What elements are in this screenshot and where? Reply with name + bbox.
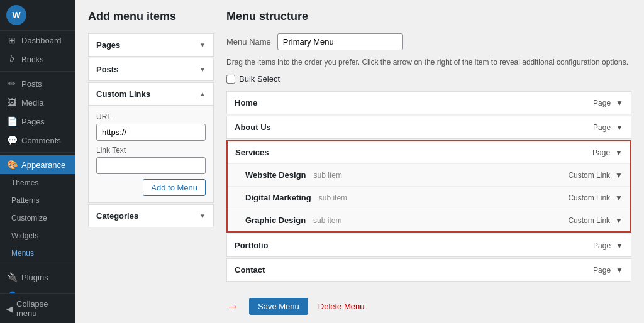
pages-accordion: Pages ▼ bbox=[88, 33, 214, 57]
comments-icon: 💬 bbox=[6, 135, 18, 145]
menu-item-portfolio: Portfolio Page ▼ bbox=[226, 234, 631, 257]
divider bbox=[0, 71, 75, 72]
divider2 bbox=[0, 152, 75, 153]
arrow-indicator-icon: → bbox=[226, 299, 239, 314]
menu-item-graphic-design: Graphic Design sub item Custom Link ▼ bbox=[228, 209, 630, 231]
about-expand-icon[interactable]: ▼ bbox=[616, 123, 623, 132]
menu-item-digital-marketing: Digital Marketing sub item Custom Link ▼ bbox=[228, 187, 630, 209]
posts-chevron-down-icon: ▼ bbox=[199, 66, 206, 73]
sidebar-item-media[interactable]: 🖼 Media bbox=[0, 93, 75, 112]
website-design-expand-icon[interactable]: ▼ bbox=[615, 171, 623, 180]
sidebar-item-dashboard[interactable]: ⊞ Dashboard bbox=[0, 31, 75, 50]
bulk-select-checkbox[interactable] bbox=[226, 75, 235, 84]
sidebar-nav: ⊞ Dashboard b Bricks ✏ Posts 🖼 Media 📄 P… bbox=[0, 31, 75, 293]
menu-item-about: About Us Page ▼ bbox=[226, 116, 631, 139]
dashboard-icon: ⊞ bbox=[6, 35, 18, 45]
sidebar-item-patterns[interactable]: Patterns bbox=[0, 192, 75, 209]
media-icon: 🖼 bbox=[6, 97, 18, 107]
collapse-icon: ◀ bbox=[6, 304, 13, 314]
custom-links-accordion: Custom Links ▲ URL Link Text Add to Menu bbox=[88, 82, 214, 203]
custom-links-body: URL Link Text Add to Menu bbox=[89, 106, 213, 202]
save-menu-button[interactable]: Save Menu bbox=[249, 298, 308, 315]
menu-name-row: Menu Name bbox=[226, 33, 631, 50]
page-title: Add menu items bbox=[88, 10, 214, 23]
appearance-icon: 🎨 bbox=[6, 160, 18, 170]
sidebar-item-bricks[interactable]: b Bricks bbox=[0, 50, 75, 68]
sidebar-item-appearance[interactable]: 🎨 Appearance bbox=[0, 155, 75, 174]
main-content: Add menu items Pages ▼ Posts ▼ Custom Li… bbox=[75, 0, 644, 323]
collapse-menu-button[interactable]: ◀ Collapse menu bbox=[0, 293, 75, 323]
sidebar-item-customize[interactable]: Customize bbox=[0, 209, 75, 227]
menu-item-home: Home Page ▼ bbox=[226, 91, 631, 114]
delete-menu-link[interactable]: Delete Menu bbox=[318, 302, 365, 311]
posts-icon: ✏ bbox=[6, 79, 18, 89]
pages-chevron-down-icon: ▼ bbox=[199, 41, 206, 48]
sidebar-item-pages[interactable]: 📄 Pages bbox=[0, 112, 75, 131]
sidebar-item-users[interactable]: 👤 Users bbox=[0, 287, 75, 293]
pages-accordion-header[interactable]: Pages ▼ bbox=[89, 34, 213, 56]
wp-logo: W bbox=[6, 5, 26, 25]
categories-chevron-down-icon: ▼ bbox=[199, 212, 206, 219]
menu-name-label: Menu Name bbox=[226, 37, 271, 47]
right-panel: Menu structure Menu Name Drag the items … bbox=[226, 10, 631, 315]
pages-icon: 📄 bbox=[6, 116, 18, 126]
plugins-icon: 🔌 bbox=[6, 272, 18, 282]
divider3 bbox=[0, 265, 75, 265]
sidebar-item-posts[interactable]: ✏ Posts bbox=[0, 74, 75, 93]
menu-item-contact: Contact Page ▼ bbox=[226, 258, 631, 282]
sidebar: W ⊞ Dashboard b Bricks ✏ Posts 🖼 Media 📄… bbox=[0, 0, 75, 323]
sidebar-item-plugins[interactable]: 🔌 Plugins bbox=[0, 268, 75, 287]
custom-links-chevron-up-icon: ▲ bbox=[199, 90, 206, 97]
categories-accordion: Categories ▼ bbox=[88, 204, 214, 227]
posts-accordion: Posts ▼ bbox=[88, 58, 214, 81]
menu-item-website-design: Website Design sub item Custom Link ▼ bbox=[228, 164, 630, 187]
url-field-row: URL bbox=[96, 112, 206, 141]
sidebar-header: W bbox=[0, 0, 75, 31]
portfolio-expand-icon[interactable]: ▼ bbox=[616, 241, 623, 250]
link-text-input[interactable] bbox=[96, 157, 206, 174]
home-expand-icon[interactable]: ▼ bbox=[616, 99, 623, 107]
posts-accordion-header[interactable]: Posts ▼ bbox=[89, 58, 213, 80]
sidebar-item-themes[interactable]: Themes bbox=[0, 174, 75, 192]
menu-hint-text: Drag the items into the order you prefer… bbox=[226, 57, 631, 68]
menu-name-input[interactable] bbox=[277, 33, 403, 50]
menu-structure-heading: Menu structure bbox=[226, 10, 631, 23]
services-group: Services Page ▼ Website Design sub item … bbox=[226, 140, 631, 233]
menu-item-services: Services Page ▼ bbox=[228, 141, 630, 164]
graphic-design-expand-icon[interactable]: ▼ bbox=[615, 216, 623, 225]
appearance-submenu: Themes Patterns Customize Widgets Menus bbox=[0, 174, 75, 262]
custom-links-accordion-header[interactable]: Custom Links ▲ bbox=[89, 83, 213, 106]
digital-marketing-expand-icon[interactable]: ▼ bbox=[615, 194, 623, 202]
url-label: URL bbox=[96, 112, 206, 121]
services-expand-icon[interactable]: ▼ bbox=[615, 148, 623, 157]
content-columns: Add menu items Pages ▼ Posts ▼ Custom Li… bbox=[88, 10, 631, 315]
link-text-label: Link Text bbox=[96, 146, 206, 155]
left-panel: Add menu items Pages ▼ Posts ▼ Custom Li… bbox=[88, 10, 214, 315]
sidebar-item-comments[interactable]: 💬 Comments bbox=[0, 131, 75, 150]
sidebar-item-menus[interactable]: Menus bbox=[0, 244, 75, 262]
bricks-icon: b bbox=[6, 54, 18, 64]
bottom-bar: → Save Menu Delete Menu bbox=[226, 292, 631, 315]
sidebar-item-widgets[interactable]: Widgets bbox=[0, 227, 75, 244]
link-text-field-row: Link Text bbox=[96, 146, 206, 174]
url-input[interactable] bbox=[96, 124, 206, 141]
contact-expand-icon[interactable]: ▼ bbox=[616, 266, 623, 275]
categories-accordion-header[interactable]: Categories ▼ bbox=[89, 205, 213, 227]
bulk-select-row: Bulk Select bbox=[226, 74, 631, 84]
add-to-menu-button[interactable]: Add to Menu bbox=[143, 179, 206, 196]
bulk-select-label: Bulk Select bbox=[239, 74, 280, 84]
